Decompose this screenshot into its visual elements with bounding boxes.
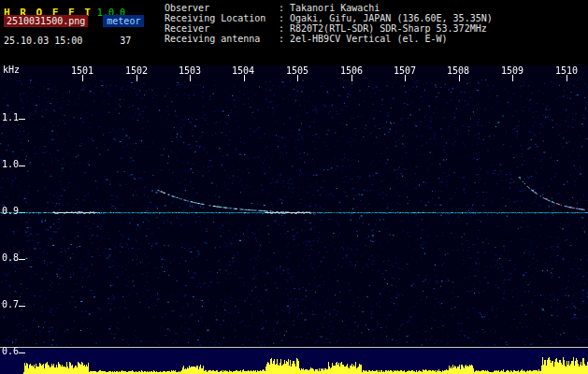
- mode-badge: meteor: [103, 15, 144, 27]
- colon: :: [279, 34, 290, 44]
- antenna-value: 2el-HB9CV Vertical (el. E-W): [290, 34, 448, 44]
- hrofft-output-image: H R O F F T1.0.0 2510031500.png meteor 2…: [0, 0, 588, 374]
- colon: :: [279, 3, 290, 13]
- colon: :: [279, 23, 290, 34]
- receiver-row: Receiver:R820T2(RTL-SDR) SDR-Sharp 53.37…: [165, 23, 493, 34]
- spectrogram-canvas: [0, 65, 588, 374]
- antenna-label: Receiving antenna: [165, 34, 279, 44]
- x-tick-1502: 1502: [125, 66, 148, 76]
- observer-label: Observer: [165, 3, 279, 13]
- location-value: Ogaki, Gifu, JAPAN (136.60E, 35.35N): [290, 13, 493, 23]
- observer-row: Observer:Takanori Kawachi: [165, 3, 493, 13]
- x-tick-1510: 1510: [555, 66, 578, 76]
- meteor-count: 37: [120, 36, 131, 46]
- colon: :: [279, 13, 290, 23]
- x-tick-1504: 1504: [232, 66, 254, 76]
- file-row: 2510031500.png meteor: [4, 15, 144, 27]
- y-tick-0p8: 0.8: [2, 253, 19, 263]
- y-tick-0p6: 0.6: [2, 347, 19, 356]
- x-tick-1508: 1508: [447, 66, 469, 76]
- timestamp: 25.10.03 15:00: [4, 36, 82, 46]
- x-tick-1506: 1506: [340, 66, 363, 76]
- x-tick-1507: 1507: [394, 66, 416, 76]
- observer-value: Takanori Kawachi: [290, 3, 380, 13]
- antenna-row: Receiving antenna:2el-HB9CV Vertical (el…: [165, 34, 493, 44]
- location-row: Receiving Location:Ogaki, Gifu, JAPAN (1…: [165, 13, 493, 23]
- x-tick-1509: 1509: [501, 66, 523, 76]
- receiver-value: R820T2(RTL-SDR) SDR-Sharp 53.372MHz: [290, 23, 487, 34]
- filename-badge: 2510031500.png: [4, 15, 88, 27]
- receiver-label: Receiver: [165, 23, 279, 34]
- station-info: Observer:Takanori Kawachi Receiving Loca…: [165, 3, 493, 44]
- y-tick-0p7: 0.7: [2, 300, 19, 309]
- x-tick-1505: 1505: [286, 66, 308, 76]
- y-tick-1p0: 1.0: [2, 160, 19, 169]
- x-tick-1501: 1501: [71, 66, 93, 76]
- time-row: 25.10.03 15:0037: [4, 36, 131, 46]
- header: H R O F F T1.0.0 2510031500.png meteor 2…: [0, 0, 588, 65]
- y-tick-0p9: 0.9: [2, 207, 19, 216]
- x-tick-1503: 1503: [179, 66, 201, 76]
- location-label: Receiving Location: [165, 13, 279, 23]
- y-tick-1p1: 1.1: [2, 113, 19, 122]
- y-axis-unit-label: kHz: [3, 65, 20, 75]
